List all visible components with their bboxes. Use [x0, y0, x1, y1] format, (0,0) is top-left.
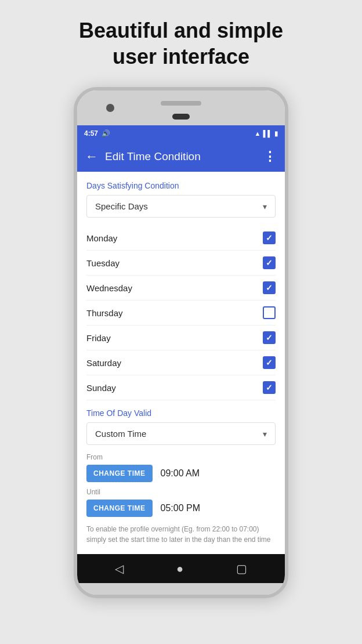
app-toolbar: ← Edit Time Condition ⋮ [77, 142, 285, 172]
day-label-monday: Monday [86, 233, 117, 243]
day-row: Friday [86, 325, 276, 350]
day-label-saturday: Saturday [86, 358, 121, 368]
until-change-time-button[interactable]: CHANGE TIME [86, 500, 153, 517]
day-row: Monday [86, 226, 276, 251]
toolbar-title: Edit Time Condition [105, 150, 263, 163]
until-label: Until [86, 488, 276, 496]
day-checkbox-friday[interactable] [263, 331, 276, 344]
hero-title: Beautiful and simple user interface [56, 17, 306, 70]
from-label: From [86, 453, 276, 461]
bottom-nav: ◁ ● ▢ [77, 554, 285, 583]
signal-icon: ▌▌ [263, 130, 272, 137]
day-checkbox-thursday[interactable] [263, 306, 276, 319]
days-dropdown-arrow: ▾ [263, 202, 267, 211]
nav-home-icon[interactable]: ● [176, 562, 183, 576]
day-row: Thursday [86, 301, 276, 325]
days-section-label: Days Satisfying Condition [86, 181, 276, 190]
from-row: CHANGE TIME 09:00 AM [86, 465, 276, 482]
until-row: CHANGE TIME 05:00 PM [86, 500, 276, 517]
content-area: Days Satisfying Condition Specific Days … [77, 172, 285, 554]
day-label-friday: Friday [86, 333, 111, 343]
day-label-tuesday: Tuesday [86, 258, 120, 268]
status-time: 4:57 [84, 129, 98, 138]
day-row: Tuesday [86, 251, 276, 276]
time-dropdown[interactable]: Custom Time ▾ [86, 422, 276, 445]
time-dropdown-arrow: ▾ [263, 429, 267, 439]
battery-icon: ▮ [274, 130, 278, 138]
from-change-time-button[interactable]: CHANGE TIME [86, 465, 153, 482]
phone-bottom-bezel [77, 583, 285, 595]
phone-top-bezel [77, 91, 285, 125]
days-list: MondayTuesdayWednesdayThursdayFridaySatu… [86, 226, 276, 400]
day-row: Wednesday [86, 276, 276, 301]
back-button[interactable]: ← [85, 149, 98, 164]
time-section-label: Time Of Day Valid [86, 408, 276, 418]
day-checkbox-wednesday[interactable] [263, 281, 276, 294]
days-dropdown-value: Specific Days [95, 201, 148, 211]
day-checkbox-sunday[interactable] [263, 381, 276, 394]
phone-shell: 4:57 🔊 ▲ ▌▌ ▮ ← Edit Time Condition ⋮ Da… [74, 87, 288, 598]
status-bar: 4:57 🔊 ▲ ▌▌ ▮ [77, 125, 285, 142]
day-row: Sunday [86, 375, 276, 400]
hint-text: To enable the profile overnight (Eg. fro… [86, 524, 276, 545]
until-time-value: 05:00 PM [161, 503, 200, 513]
day-label-wednesday: Wednesday [86, 283, 132, 293]
phone-speaker [161, 101, 201, 106]
day-row: Saturday [86, 350, 276, 375]
status-right: ▲ ▌▌ ▮ [255, 130, 278, 138]
phone-earpiece [172, 114, 190, 120]
wifi-icon: ▲ [255, 130, 261, 137]
days-dropdown[interactable]: Specific Days ▾ [86, 195, 276, 218]
from-time-value: 09:00 AM [161, 468, 200, 479]
time-dropdown-value: Custom Time [95, 429, 146, 439]
sound-icon: 🔊 [102, 129, 110, 138]
day-checkbox-tuesday[interactable] [263, 256, 276, 269]
menu-button[interactable]: ⋮ [263, 149, 277, 164]
phone-camera [106, 104, 114, 112]
nav-recents-icon[interactable]: ▢ [236, 562, 247, 576]
status-left: 4:57 🔊 [84, 129, 110, 138]
nav-back-icon[interactable]: ◁ [115, 562, 124, 576]
day-checkbox-saturday[interactable] [263, 356, 276, 369]
day-label-sunday: Sunday [86, 383, 116, 393]
day-checkbox-monday[interactable] [263, 231, 276, 244]
day-label-thursday: Thursday [86, 308, 123, 318]
